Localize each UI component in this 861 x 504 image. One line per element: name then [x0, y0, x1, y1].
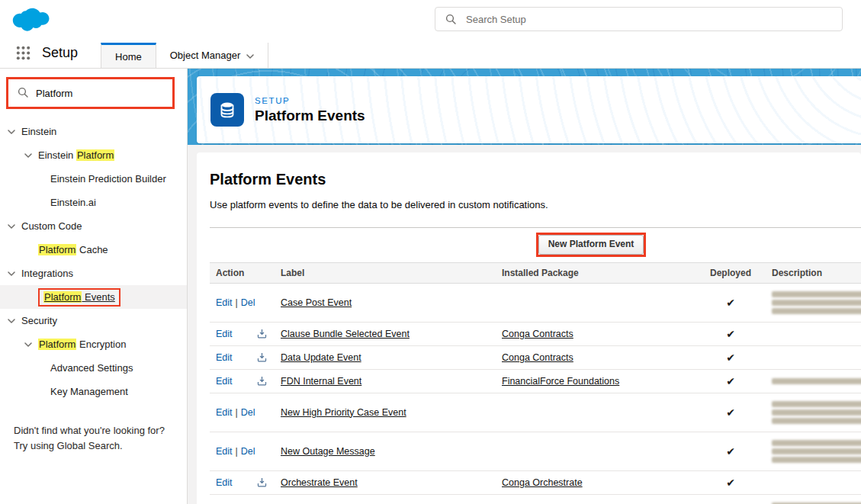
event-label-link[interactable]: New High Priority Case Event — [281, 407, 406, 418]
sidebar-footer-line1: Didn't find what you're looking for? — [14, 423, 173, 438]
annotation-box: Platform Events — [38, 288, 120, 307]
label-cell: New High Priority Case Event — [275, 393, 496, 432]
description-cell — [766, 322, 861, 345]
search-highlight: Platform — [38, 339, 76, 350]
sidebar-item-key-management[interactable]: Key Management — [0, 380, 187, 403]
chevron-down-icon — [24, 342, 32, 347]
event-row: Edit|DelOutage Message Date Update✔ — [210, 494, 861, 504]
edit-link[interactable]: Edit — [216, 297, 233, 308]
search-icon — [445, 14, 456, 24]
edit-link[interactable]: Edit — [216, 446, 233, 457]
annotation-box-new-button: New Platform Event — [536, 233, 647, 257]
label-cell: Case Post Event — [275, 283, 496, 322]
edit-link[interactable]: Edit — [216, 477, 233, 488]
redacted-description-line — [772, 291, 861, 297]
sidebar-item-label: Einstein — [21, 126, 56, 137]
action-cell: Edit|Del — [210, 432, 275, 470]
installed-package-cell: Conga Orchestrate — [496, 470, 696, 494]
sidebar-item-label: Platform Encryption — [38, 339, 126, 350]
installed-package-cell — [496, 283, 696, 322]
edit-link[interactable]: Edit — [216, 329, 233, 339]
event-label-link[interactable]: Case Post Event — [281, 297, 352, 308]
page-header-card: SETUP Platform Events — [197, 76, 861, 143]
action-cell: Edit — [210, 322, 275, 345]
del-link[interactable]: Del — [241, 297, 255, 308]
sidebar-item-einstein-ai[interactable]: Einstein.ai — [0, 191, 187, 214]
sidebar-item-label: Platform Cache — [38, 244, 108, 255]
chevron-down-icon — [24, 153, 32, 158]
event-row: EditFDN Internal EventFinancialForce Fou… — [210, 369, 861, 393]
installed-package-link[interactable]: Conga Orchestrate — [502, 477, 583, 488]
event-label-link[interactable]: Clause Bundle Selected Event — [281, 329, 410, 339]
description-cell — [766, 494, 861, 504]
edit-link[interactable]: Edit — [216, 352, 233, 363]
search-highlight: Platform — [38, 244, 76, 255]
sidebar-item-integrations[interactable]: Integrations — [0, 262, 187, 285]
deployed-cell: ✔ — [696, 322, 766, 345]
deployed-check-icon: ✔ — [726, 297, 735, 309]
sidebar-item-einstein[interactable]: Einstein — [0, 120, 187, 143]
deployed-check-icon: ✔ — [726, 445, 735, 457]
app-launcher-icon[interactable] — [15, 45, 31, 61]
sidebar-footer: Didn't find what you're looking for? Try… — [14, 423, 173, 454]
tab-home[interactable]: Home — [101, 43, 156, 68]
del-link[interactable]: Del — [241, 446, 255, 457]
installed-package-link[interactable]: Conga Contracts — [502, 329, 573, 339]
redacted-description-line — [772, 457, 861, 463]
edit-link[interactable]: Edit — [216, 376, 233, 387]
content-card: Platform Events Use platform events to d… — [197, 152, 861, 504]
content-intro: Use platform events to define the data t… — [210, 199, 861, 210]
event-label-link[interactable]: Orchestrate Event — [281, 477, 358, 488]
page-title: Platform Events — [255, 108, 365, 124]
new-platform-event-button[interactable]: New Platform Event — [538, 235, 644, 255]
action-cell: Edit|Del — [210, 393, 275, 432]
deployed-check-icon: ✔ — [726, 352, 735, 364]
tab-label: Home — [115, 51, 142, 63]
tab-label: Object Manager — [170, 50, 241, 61]
sidebar-item-platform-events[interactable]: Platform Events — [0, 285, 187, 309]
del-link[interactable]: Del — [241, 407, 255, 418]
action-separator: | — [236, 407, 238, 418]
sidebar-item-custom-code[interactable]: Custom Code — [0, 214, 187, 238]
action-cell: Edit — [210, 470, 275, 494]
event-label-link[interactable]: Data Update Event — [281, 352, 361, 363]
quick-find — [8, 79, 172, 107]
edit-link[interactable]: Edit — [216, 407, 233, 418]
deployed-cell: ✔ — [696, 494, 766, 504]
installed-package-link[interactable]: FinancialForce Foundations — [502, 376, 619, 387]
content-heading: Platform Events — [210, 171, 861, 188]
sidebar-item-einstein-prediction-builder[interactable]: Einstein Prediction Builder — [0, 167, 187, 191]
event-row: EditData Update EventConga Contracts✔ — [210, 345, 861, 369]
column-header-action: Action — [210, 262, 275, 283]
sidebar-item-einstein-platform[interactable]: Einstein Platform — [0, 143, 187, 167]
event-label-link[interactable]: New Outage Message — [281, 446, 375, 457]
deployed-check-icon: ✔ — [726, 328, 735, 340]
platform-events-table: ActionLabelInstalled PackageDeployedDesc… — [210, 262, 861, 504]
salesforce-logo — [11, 5, 52, 34]
deployed-check-icon: ✔ — [726, 375, 735, 387]
list-toolbar: New Platform Event — [210, 228, 861, 262]
sidebar-item-label: Integrations — [21, 268, 73, 279]
sidebar-item-security[interactable]: Security — [0, 309, 187, 332]
sidebar-item-advanced-settings[interactable]: Advanced Settings — [0, 356, 187, 380]
global-search-input[interactable] — [435, 7, 843, 31]
column-header-installed-package: Installed Package — [496, 262, 696, 283]
installed-package-cell: Conga Contracts — [496, 345, 696, 369]
sidebar-item-platform-cache[interactable]: Platform Cache — [0, 238, 187, 262]
deployed-check-icon: ✔ — [726, 406, 735, 419]
sidebar-item-platform-encryption[interactable]: Platform Encryption — [0, 332, 187, 356]
installed-package-link[interactable]: Conga Contracts — [502, 352, 573, 363]
column-header-label: Label — [275, 262, 496, 283]
event-label-link[interactable]: FDN Internal Event — [281, 376, 361, 387]
tab-object-manager[interactable]: Object Manager — [156, 43, 269, 68]
app-name: Setup — [42, 45, 78, 61]
quick-find-input[interactable] — [8, 79, 172, 107]
action-cell: Edit — [210, 345, 275, 369]
description-cell — [766, 432, 861, 470]
chevron-down-icon — [8, 224, 15, 229]
search-highlight: Platform — [76, 149, 114, 161]
deployed-check-icon: ✔ — [726, 477, 735, 489]
redacted-description-line — [772, 300, 861, 306]
search-highlight: Platform — [43, 291, 82, 303]
description-cell — [766, 369, 861, 393]
